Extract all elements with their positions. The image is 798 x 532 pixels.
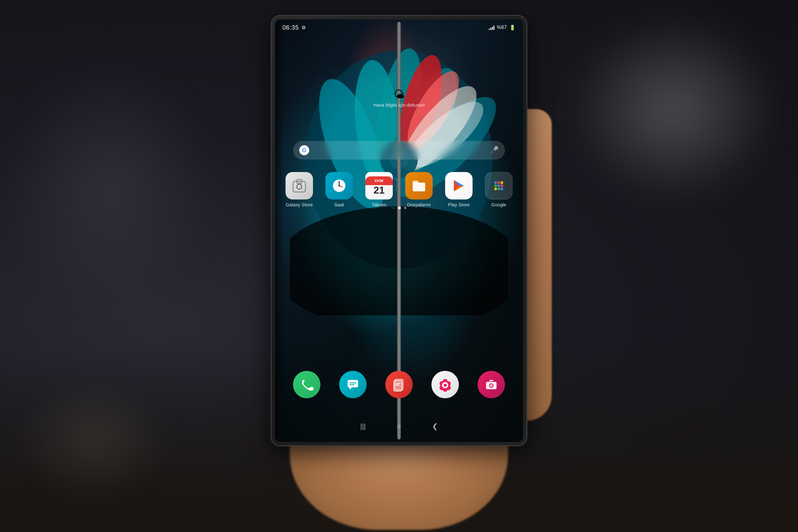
google-mic-icon[interactable]: 🎤 (489, 146, 499, 155)
play-store-label: Play Store (448, 202, 470, 207)
nav-back-btn[interactable]: ❮ (432, 422, 438, 431)
weather-widget[interactable]: 🌤 Hava bilgisi için dokunun (373, 88, 424, 108)
svg-rect-32 (349, 382, 356, 383)
page-dots (392, 206, 406, 209)
svg-rect-30 (347, 380, 358, 387)
svg-rect-21 (494, 182, 497, 184)
galaxy-store-icon (286, 172, 313, 200)
status-right: %67 🔋 (489, 25, 516, 31)
takvim-label: Takvim (372, 202, 386, 207)
nav-recent-btn[interactable]: ||| (360, 422, 366, 431)
signal-bars (489, 25, 494, 30)
nav-bar: ||| ○ ❮ (275, 411, 523, 442)
dosyalarim-label: Dosyalarım (407, 202, 431, 207)
app-messages[interactable] (339, 371, 366, 398)
battery-icon: 🔋 (509, 25, 516, 31)
svg-rect-27 (494, 188, 497, 190)
search-bar[interactable]: G 🎤 (293, 141, 505, 159)
svg-rect-35 (394, 381, 402, 391)
status-left: 06:35 ⚙ (282, 24, 306, 31)
google-g-logo: G (299, 145, 309, 155)
app-saat[interactable]: Saat (325, 172, 353, 207)
svg-rect-23 (501, 182, 503, 184)
svg-rect-25 (497, 185, 500, 187)
bg-blur-bottom-left (16, 376, 171, 501)
svg-rect-36 (396, 383, 401, 384)
svg-point-19 (339, 185, 340, 187)
phone-left-shadow (275, 19, 284, 442)
phone-body: 06:35 ⚙ %67 🔋 (271, 16, 527, 446)
svg-rect-29 (501, 188, 503, 190)
weather-icon: 🌤 (373, 88, 424, 101)
app-dosyalarim[interactable]: Dosyalarım (405, 172, 433, 207)
svg-marker-31 (349, 387, 352, 390)
page-dot-3 (404, 207, 406, 209)
nav-home-btn[interactable]: ○ (397, 422, 401, 431)
app-phone[interactable] (293, 371, 320, 398)
app-camera[interactable] (478, 371, 505, 398)
svg-rect-24 (494, 185, 497, 187)
app-row-1: Galaxy Store Saat (286, 172, 512, 207)
saat-icon (325, 172, 353, 200)
settings-icon: ⚙ (301, 25, 306, 31)
galaxy-store-label: Galaxy Store (286, 202, 313, 207)
phone-wrapper: 06:35 ⚙ %67 🔋 (271, 16, 527, 468)
takvim-icon: EKİM 21 (365, 172, 393, 200)
app-google[interactable]: Google (485, 172, 512, 207)
phone-call-icon (293, 371, 320, 398)
stack-icon (385, 371, 413, 398)
dosyalarim-icon (405, 172, 433, 200)
svg-rect-37 (396, 385, 399, 385)
svg-point-15 (297, 184, 302, 189)
svg-point-48 (490, 384, 493, 387)
app-stack[interactable] (385, 371, 413, 398)
svg-rect-26 (501, 185, 503, 187)
status-bar: 06:35 ⚙ %67 🔋 (275, 19, 523, 36)
app-play-store[interactable]: Play Store (445, 172, 473, 207)
camera-icon (478, 371, 505, 398)
saat-label: Saat (335, 202, 344, 207)
battery-text: %67 (497, 25, 507, 30)
signal-bar-4 (493, 25, 494, 30)
scene: 06:35 ⚙ %67 🔋 (0, 0, 798, 532)
weather-text: Hava bilgisi için dokunun (373, 102, 424, 108)
bg-blur-right (549, 0, 798, 218)
signal-bar-1 (489, 29, 490, 30)
svg-rect-33 (349, 384, 355, 385)
app-flower[interactable] (432, 371, 459, 398)
svg-rect-28 (497, 188, 500, 190)
signal-bar-2 (490, 28, 491, 30)
google-label: Google (491, 202, 506, 207)
svg-point-45 (443, 384, 447, 387)
signal-bar-3 (492, 27, 493, 30)
status-time: 06:35 (282, 24, 299, 31)
app-galaxy-store[interactable]: Galaxy Store (286, 172, 313, 207)
google-folder-icon (485, 172, 512, 200)
page-dot-active (398, 206, 401, 209)
page-dot-lines (392, 208, 393, 209)
svg-rect-20 (413, 183, 425, 191)
bg-blur-left (0, 62, 218, 312)
play-store-icon (445, 172, 473, 200)
messages-icon (339, 371, 366, 398)
svg-rect-22 (497, 182, 500, 184)
dock-row (293, 371, 505, 398)
flower-icon (432, 371, 459, 398)
app-takvim[interactable]: EKİM 21 Takvim (365, 172, 393, 207)
